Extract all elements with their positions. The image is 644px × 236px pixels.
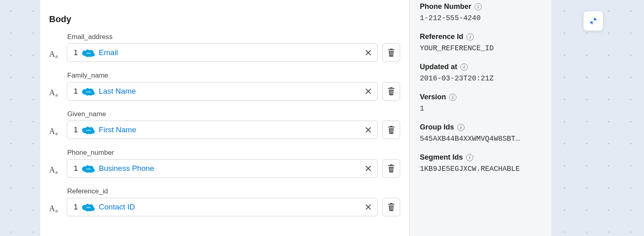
meta-label: Phone Number [420,2,471,11]
field-sequence: 1 [74,48,78,57]
meta-label: Segment Ids [420,153,463,162]
meta-segment-ids: Segment Ids i 1KB9JE5EGJXCW.REACHABLE [420,153,541,173]
salesforce-icon: sales [82,87,95,96]
field-row: Aa 1 sales Last Name [49,82,400,101]
body-rows: Email_address Aa 1 sales Email [40,33,409,226]
meta-value: 545AXB44B4XXWMVQ4W8SBT… [420,135,541,143]
body-row: Email_address Aa 1 sales Email [49,33,400,62]
meta-reference-id: Reference Id i YOUR_REFERENCE_ID [420,33,541,52]
clear-icon[interactable] [364,87,372,95]
metadata-panel: Phone Number i 1-212-555-4240 Reference … [409,0,551,236]
meta-label: Reference Id [420,33,463,41]
meta-value: 1 [420,105,541,113]
field-row: Aa 1 sales Business Phone [49,159,400,178]
meta-label-row: Phone Number i [420,2,541,11]
main-panel: Body Email_address Aa 1 sales Email [40,0,551,236]
field-input[interactable]: 1 sales Business Phone [67,159,378,178]
field-row: Aa 1 sales Contact ID [49,198,400,216]
field-sequence: 1 [74,87,78,96]
field-value: Business Phone [99,164,360,173]
field-value: Email [99,48,360,57]
meta-group-ids: Group Ids i 545AXB44B4XXWMVQ4W8SBT… [420,123,541,143]
delete-button[interactable] [382,43,400,62]
svg-text:sales: sales [86,206,91,209]
delete-button[interactable] [382,198,400,216]
clear-icon[interactable] [364,164,372,172]
meta-label: Updated at [420,63,457,71]
field-value: Last Name [99,87,360,96]
meta-label: Group Ids [420,123,454,131]
clear-icon[interactable] [364,49,372,57]
salesforce-icon: sales [82,203,95,211]
info-icon[interactable]: i [449,94,456,101]
meta-version: Version i 1 [420,93,541,113]
meta-label-row: Version i [420,93,541,101]
field-label: Email_address [67,33,400,41]
field-sequence: 1 [74,125,78,134]
body-row: Family_name Aa 1 sales Last Name [49,72,400,101]
meta-phone-number: Phone Number i 1-212-555-4240 [420,2,541,22]
collapse-button[interactable] [584,11,603,31]
text-type-icon: Aa [49,125,62,135]
field-value: First Name [99,125,360,134]
field-input[interactable]: 1 sales Contact ID [67,198,378,216]
field-label: Phone_number [67,149,400,157]
meta-label-row: Reference Id i [420,33,541,41]
field-label: Reference_id [67,187,400,195]
field-value: Contact ID [99,203,360,211]
body-row: Phone_number Aa 1 sales Business Phone [49,149,400,178]
field-row: Aa 1 sales First Name [49,121,400,139]
delete-button[interactable] [382,121,400,139]
meta-value: YOUR_REFERENCE_ID [420,44,541,52]
field-row: Aa 1 sales Email [49,43,400,62]
meta-label: Version [420,93,446,101]
svg-text:sales: sales [86,129,91,131]
salesforce-icon: sales [82,125,95,134]
body-heading: Body [40,0,409,25]
meta-label-row: Updated at i [420,63,541,71]
clear-icon[interactable] [364,203,372,211]
field-input[interactable]: 1 sales Email [67,43,378,62]
text-type-icon: Aa [49,163,62,174]
svg-text:sales: sales [86,90,91,93]
field-label: Family_name [67,72,400,80]
salesforce-icon: sales [82,48,95,57]
body-panel: Body Email_address Aa 1 sales Email [40,0,409,236]
clear-icon[interactable] [364,126,372,134]
delete-button[interactable] [382,82,400,101]
field-label: Given_name [67,110,400,118]
text-type-icon: Aa [49,202,62,212]
field-input[interactable]: 1 sales First Name [67,121,378,139]
collapse-icon [589,16,598,25]
info-icon[interactable]: i [460,64,468,71]
text-type-icon: Aa [49,47,62,58]
salesforce-icon: sales [82,164,95,173]
meta-label-row: Segment Ids i [420,153,541,162]
field-sequence: 1 [74,203,78,211]
info-icon[interactable]: i [466,154,473,161]
meta-value: 1-212-555-4240 [420,14,541,22]
info-icon[interactable]: i [475,3,482,10]
field-sequence: 1 [74,164,78,173]
meta-label-row: Group Ids i [420,123,541,131]
meta-value: 2016-03-23T20:21Z [420,74,541,82]
meta-value: 1KB9JE5EGJXCW.REACHABLE [420,165,541,173]
meta-updated-at: Updated at i 2016-03-23T20:21Z [420,63,541,82]
info-icon[interactable]: i [466,33,474,41]
delete-button[interactable] [382,159,400,178]
info-icon[interactable]: i [457,124,464,131]
body-row: Given_name Aa 1 sales First Name [49,110,400,139]
text-type-icon: Aa [49,86,62,96]
svg-text:sales: sales [86,168,91,170]
field-input[interactable]: 1 sales Last Name [67,82,378,101]
svg-text:sales: sales [86,52,91,54]
body-row: Reference_id Aa 1 sales Contact ID [49,187,400,216]
